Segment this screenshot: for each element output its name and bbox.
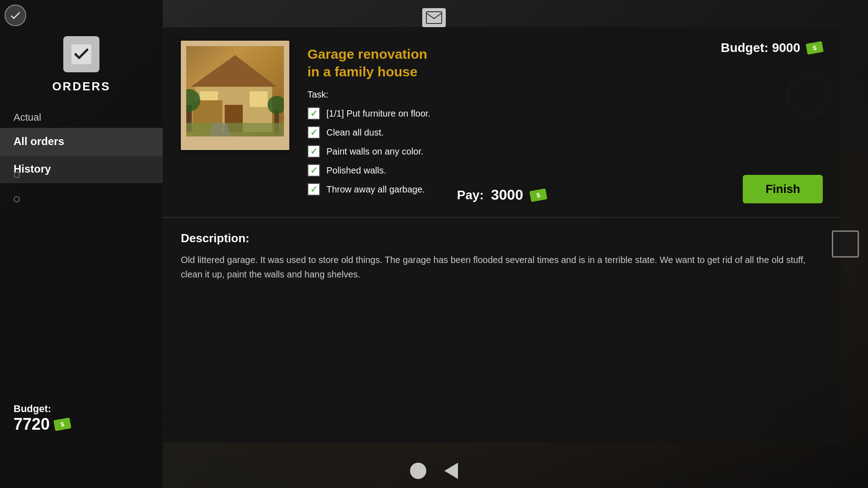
task-text-1: [1/1] Put furniture on floor. <box>326 108 430 119</box>
task-text-2: Clean all dust. <box>326 127 384 138</box>
description-card: Description: Old littered garage. It was… <box>163 217 841 443</box>
budget-top-label: Budget: 9000 <box>721 41 800 55</box>
budget-top-right: Budget: 9000 <box>721 41 823 55</box>
task-item-1: ✓ [1/1] Put furniture on floor. <box>307 107 823 120</box>
sidebar-dots <box>14 172 20 202</box>
svg-rect-0 <box>426 12 442 23</box>
orders-icon-svg <box>70 43 93 66</box>
back-button[interactable] <box>444 463 458 479</box>
bottom-nav <box>410 463 458 479</box>
task-check-4: ✓ <box>307 164 320 177</box>
mail-button[interactable] <box>422 8 446 27</box>
budget-bottom-value: 7720 <box>14 415 50 434</box>
home-button[interactable] <box>410 463 426 479</box>
checkmark-icon <box>9 9 22 22</box>
task-text-3: Paint walls on any color. <box>326 146 424 157</box>
money-icon-top <box>806 41 824 55</box>
task-text-4: Polished walls. <box>326 165 386 176</box>
right-square-button[interactable] <box>832 230 859 258</box>
pay-amount: 3000 <box>491 187 523 203</box>
pay-label: Pay: <box>457 188 484 202</box>
description-text: Old littered garage. It was used to stor… <box>181 253 823 282</box>
dot-1 <box>14 172 20 178</box>
money-icon-pay <box>529 188 547 202</box>
house-svg <box>186 46 284 136</box>
finish-button[interactable]: Finish <box>743 175 823 203</box>
main-content: Budget: 9000 <box>163 27 841 443</box>
task-text-5: Throw away all garbage. <box>326 184 425 195</box>
money-icon-bottom <box>53 418 71 431</box>
sidebar-actual-section: Actual <box>0 107 163 128</box>
task-check-1: ✓ <box>307 107 320 120</box>
task-label: Task: <box>307 89 823 100</box>
polaroid-image <box>186 46 284 136</box>
sidebar-item-all-orders[interactable]: All orders <box>0 128 163 155</box>
order-card: Budget: 9000 <box>163 27 841 217</box>
top-check-button[interactable] <box>5 5 27 27</box>
sidebar: ORDERS Actual All orders History Budget:… <box>0 0 163 488</box>
order-photo <box>181 41 289 150</box>
svg-rect-9 <box>250 91 268 107</box>
task-check-3: ✓ <box>307 145 320 158</box>
task-check-2: ✓ <box>307 126 320 139</box>
task-check-5: ✓ <box>307 183 320 196</box>
pay-section: Pay: 3000 <box>457 187 547 203</box>
mail-icon <box>426 11 442 24</box>
orders-icon <box>63 36 99 72</box>
orders-title: ORDERS <box>52 80 110 94</box>
budget-bottom-left: Budget: 7720 <box>14 403 71 434</box>
description-label: Description: <box>181 231 823 245</box>
sidebar-item-history[interactable]: History <box>0 155 163 183</box>
task-item-3: ✓ Paint walls on any color. <box>307 145 823 158</box>
svg-rect-15 <box>186 123 284 136</box>
task-item-2: ✓ Clean all dust. <box>307 126 823 139</box>
dot-2 <box>14 196 20 202</box>
